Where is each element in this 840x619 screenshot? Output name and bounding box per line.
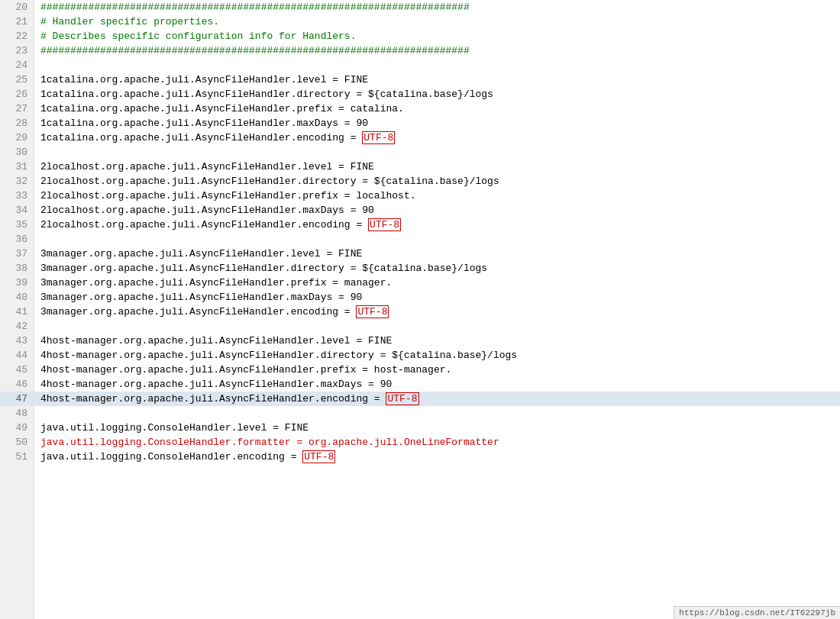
line-number-30: 30 [0,145,34,160]
code-text: 2localhost.org.apache.juli.AsyncFileHand… [40,176,499,187]
code-text: 4host-manager.org.apache.juli.AsyncFileH… [40,379,392,390]
code-line-38: 3manager.org.apache.juli.AsyncFileHandle… [34,261,840,276]
code-text: 1catalina.org.apache.juli.AsyncFileHandl… [40,132,362,143]
code-text: 4host-manager.org.apache.juli.AsyncFileH… [40,350,517,361]
line-number-49: 49 [0,421,34,435]
code-line-39: 3manager.org.apache.juli.AsyncFileHandle… [34,276,840,290]
code-line-50: java.util.logging.ConsoleHandler.formatt… [34,435,840,450]
line-number-28: 28 [0,116,34,131]
code-line-37: 3manager.org.apache.juli.AsyncFileHandle… [34,247,840,261]
line-number-48: 48 [0,406,34,421]
code-line-22: # Describes specific configuration info … [34,29,840,44]
code-line-32: 2localhost.org.apache.juli.AsyncFileHand… [34,174,840,189]
code-line-36 [34,232,840,247]
line-number-39: 39 [0,276,34,290]
code-line-21: # Handler specific properties. [34,15,840,29]
red-code-text: java.util.logging.ConsoleHandler.formatt… [40,437,309,448]
line-number-24: 24 [0,58,34,73]
code-text: 3manager.org.apache.juli.AsyncFileHandle… [40,263,487,274]
red-value-text: org.apache.juli.OneLineFormatter [309,437,499,448]
line-number-40: 40 [0,290,34,305]
code-text: 2localhost.org.apache.juli.AsyncFileHand… [40,190,415,201]
code-line-43: 4host-manager.org.apache.juli.AsyncFileH… [34,334,840,348]
comment-text: # Describes specific configuration info … [40,31,356,42]
code-line-40: 3manager.org.apache.juli.AsyncFileHandle… [34,290,840,305]
code-editor: 2021222324252627282930313233343536373839… [0,0,840,619]
code-line-48 [34,406,840,421]
code-text: 4host-manager.org.apache.juli.AsyncFileH… [40,364,451,376]
line-number-41: 41 [0,305,34,319]
code-text: java.util.logging.ConsoleHandler.encodin… [40,451,302,463]
line-number-27: 27 [0,102,34,116]
line-number-44: 44 [0,348,34,363]
highlighted-value: UTF-8 [368,218,401,231]
code-text: 3manager.org.apache.juli.AsyncFileHandle… [40,277,392,289]
line-number-42: 42 [0,319,34,334]
code-line-25: 1catalina.org.apache.juli.AsyncFileHandl… [34,73,840,87]
code-text: 2localhost.org.apache.juli.AsyncFileHand… [40,219,368,231]
comment-text: ########################################… [40,45,470,56]
line-number-21: 21 [0,15,34,29]
comment-text: # Handler specific properties. [40,16,219,27]
line-number-50: 50 [0,435,34,450]
code-text: 1catalina.org.apache.juli.AsyncFileHandl… [40,118,368,129]
line-number-45: 45 [0,363,34,377]
code-text: 1catalina.org.apache.juli.AsyncFileHandl… [40,89,493,100]
code-line-42 [34,319,840,334]
code-line-27: 1catalina.org.apache.juli.AsyncFileHandl… [34,102,840,116]
code-line-30 [34,145,840,160]
code-line-41: 3manager.org.apache.juli.AsyncFileHandle… [34,305,840,319]
code-line-35: 2localhost.org.apache.juli.AsyncFileHand… [34,218,840,232]
highlighted-value: UTF-8 [386,392,418,405]
code-text: java.util.logging.ConsoleHandler.level =… [40,422,309,434]
code-line-31: 2localhost.org.apache.juli.AsyncFileHand… [34,160,840,174]
code-text: 1catalina.org.apache.juli.AsyncFileHandl… [40,103,404,114]
line-number-38: 38 [0,261,34,276]
code-content[interactable]: ########################################… [34,0,840,619]
code-text: 3manager.org.apache.juli.AsyncFileHandle… [40,248,362,260]
line-number-35: 35 [0,218,34,232]
line-number-46: 46 [0,377,34,392]
line-number-25: 25 [0,73,34,87]
code-text: 2localhost.org.apache.juli.AsyncFileHand… [40,161,374,172]
line-number-36: 36 [0,232,34,247]
line-number-29: 29 [0,131,34,145]
line-number-20: 20 [0,0,34,15]
code-line-49: java.util.logging.ConsoleHandler.level =… [34,421,840,435]
comment-text: ########################################… [40,2,470,13]
line-number-31: 31 [0,160,34,174]
code-line-46: 4host-manager.org.apache.juli.AsyncFileH… [34,377,840,392]
code-text: 1catalina.org.apache.juli.AsyncFileHandl… [40,74,368,85]
line-number-22: 22 [0,29,34,44]
code-line-28: 1catalina.org.apache.juli.AsyncFileHandl… [34,116,840,131]
line-numbers: 2021222324252627282930313233343536373839… [0,0,34,619]
code-line-47: 4host-manager.org.apache.juli.AsyncFileH… [34,392,840,406]
line-number-47: 47 [0,392,34,406]
code-text: 4host-manager.org.apache.juli.AsyncFileH… [40,393,386,405]
line-number-34: 34 [0,203,34,218]
highlighted-value: UTF-8 [356,305,389,318]
line-number-23: 23 [0,44,34,58]
code-line-20: ########################################… [34,0,840,15]
code-text: 4host-manager.org.apache.juli.AsyncFileH… [40,335,392,347]
line-number-51: 51 [0,450,34,464]
line-number-37: 37 [0,247,34,261]
highlighted-value: UTF-8 [362,131,395,144]
code-text: 3manager.org.apache.juli.AsyncFileHandle… [40,292,362,303]
code-line-51: java.util.logging.ConsoleHandler.encodin… [34,450,840,464]
code-line-33: 2localhost.org.apache.juli.AsyncFileHand… [34,189,840,203]
code-line-23: ########################################… [34,44,840,58]
code-line-45: 4host-manager.org.apache.juli.AsyncFileH… [34,363,840,377]
code-text: 3manager.org.apache.juli.AsyncFileHandle… [40,306,356,318]
code-line-34: 2localhost.org.apache.juli.AsyncFileHand… [34,203,840,218]
code-line-44: 4host-manager.org.apache.juli.AsyncFileH… [34,348,840,363]
line-number-32: 32 [0,174,34,189]
url-bar: https://blog.csdn.net/IT62297jb [674,606,840,619]
line-number-33: 33 [0,189,34,203]
code-line-29: 1catalina.org.apache.juli.AsyncFileHandl… [34,131,840,145]
line-number-26: 26 [0,87,34,102]
code-text: 2localhost.org.apache.juli.AsyncFileHand… [40,205,374,216]
highlighted-value: UTF-8 [302,450,335,463]
code-line-24 [34,58,840,73]
line-number-43: 43 [0,334,34,348]
